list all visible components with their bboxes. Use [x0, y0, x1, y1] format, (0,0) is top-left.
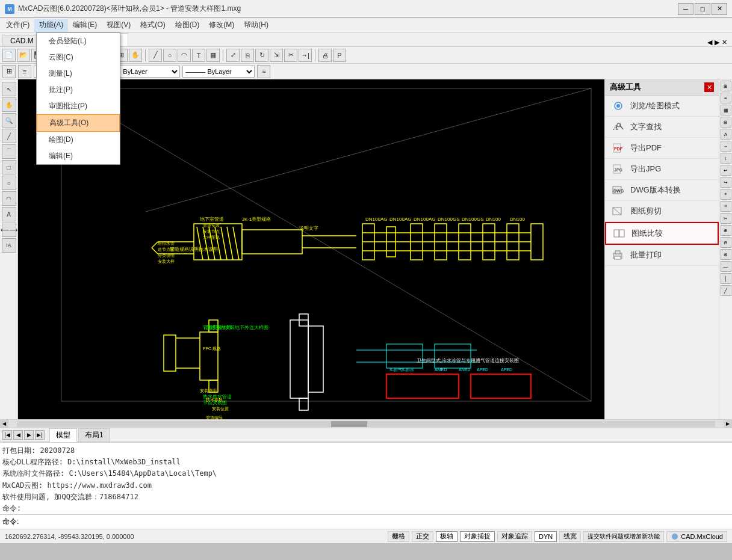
- status-snap[interactable]: 对象捕捉: [460, 531, 495, 542]
- rs-btn-16[interactable]: —: [721, 261, 731, 272]
- menu-help[interactable]: 帮助(H): [239, 19, 273, 32]
- status-feedback[interactable]: 提交软件问题或增加新功能: [583, 531, 664, 542]
- left-btn-text[interactable]: A: [2, 207, 16, 221]
- scroll-right[interactable]: ▶: [724, 420, 732, 428]
- adv-export-jpg[interactable]: JPG 导出JPG: [605, 159, 719, 180]
- adv-browse-mode[interactable]: 浏览/绘图模式: [605, 96, 719, 117]
- status-polar[interactable]: 极轴: [436, 531, 458, 542]
- toolbar-pdf[interactable]: P: [333, 49, 346, 62]
- dropdown-review[interactable]: 审图批注(P): [37, 98, 120, 114]
- adv-tools-close[interactable]: ✕: [704, 82, 714, 92]
- rs-btn-2[interactable]: ≡: [721, 93, 731, 103]
- status-dyn[interactable]: DYN: [535, 531, 557, 542]
- menu-draw[interactable]: 绘图(D): [170, 19, 205, 32]
- toolbar-open[interactable]: 📂: [17, 49, 30, 62]
- scroll-thumb-h[interactable]: [331, 421, 367, 427]
- lineweight-select[interactable]: ——— ByLayer: [182, 66, 255, 78]
- dropdown-edit[interactable]: 编辑(E): [37, 148, 120, 164]
- dropdown-measure[interactable]: 测量(L): [37, 66, 120, 82]
- left-btn-rect[interactable]: □: [2, 160, 16, 174]
- match-props[interactable]: ≈: [257, 65, 270, 78]
- linetype-select[interactable]: ByLayer: [120, 66, 180, 78]
- minimize-button[interactable]: ─: [678, 3, 693, 15]
- command-input[interactable]: [19, 518, 730, 526]
- menu-function[interactable]: 功能(A): [34, 19, 68, 32]
- left-btn-zoom[interactable]: 🔍: [2, 113, 16, 128]
- tab-model[interactable]: 模型: [49, 428, 77, 442]
- nav-right-icon[interactable]: ▶: [715, 38, 719, 46]
- rs-btn-3[interactable]: ▦: [721, 105, 731, 115]
- horizontal-scrollbar[interactable]: ◀ ▶: [0, 419, 732, 428]
- menu-file[interactable]: 文件(F): [1, 19, 34, 32]
- rs-btn-15[interactable]: ⊗: [721, 249, 731, 260]
- left-btn-ia[interactable]: IA: [2, 238, 16, 253]
- status-grid[interactable]: 栅格: [388, 531, 409, 542]
- toolbar-line[interactable]: ╱: [149, 49, 162, 62]
- toolbar-text[interactable]: T: [192, 49, 205, 62]
- left-btn-circle[interactable]: ○: [2, 176, 16, 190]
- dropdown-member-login[interactable]: 会员登陆(L): [37, 33, 120, 49]
- toolbar-scale[interactable]: ⇲: [270, 49, 283, 62]
- rs-btn-10[interactable]: ⌖: [721, 189, 731, 200]
- tab-layout1[interactable]: 布局1: [78, 428, 110, 442]
- rs-btn-5[interactable]: A: [721, 129, 731, 140]
- adv-text-find[interactable]: A 文字查找: [605, 117, 719, 138]
- restore-button[interactable]: □: [695, 3, 710, 15]
- toolbar-arc[interactable]: ◠: [178, 49, 191, 62]
- left-btn-pline[interactable]: ⌒: [2, 144, 16, 159]
- adv-drawing-compare[interactable]: 图纸比较: [605, 222, 719, 245]
- menu-view[interactable]: 视图(V): [102, 19, 135, 32]
- menu-modify[interactable]: 修改(M): [204, 19, 239, 32]
- menu-format[interactable]: 格式(O): [135, 19, 170, 32]
- left-btn-pan[interactable]: ✋: [2, 97, 16, 112]
- toolbar-copy[interactable]: ⎘: [241, 49, 254, 62]
- tab-nav-next[interactable]: ▶: [24, 430, 34, 440]
- dropdown-cloud[interactable]: 云图(C): [37, 49, 120, 66]
- dropdown-draw[interactable]: 绘图(D): [37, 132, 120, 148]
- left-btn-dim[interactable]: ⟵⟶: [2, 223, 16, 237]
- rs-btn-7[interactable]: ↕: [721, 153, 731, 164]
- adv-dwg-convert[interactable]: DWG DWG版本转换: [605, 180, 719, 201]
- scroll-left[interactable]: ◀: [0, 420, 8, 428]
- rs-btn-11[interactable]: ⌗: [721, 201, 731, 212]
- tab-cad[interactable]: CAD.M: [2, 35, 42, 46]
- status-ortho[interactable]: 正交: [412, 531, 433, 542]
- rs-btn-4[interactable]: ⊟: [721, 117, 731, 128]
- left-btn-select[interactable]: ↖: [2, 82, 16, 96]
- status-linewidth[interactable]: 线宽: [559, 531, 581, 542]
- toolbar-circle[interactable]: ○: [163, 49, 176, 62]
- layer-manager[interactable]: ⊞: [2, 65, 16, 78]
- adv-export-pdf[interactable]: PDF 导出PDF: [605, 138, 719, 159]
- rs-btn-13[interactable]: ⊕: [721, 225, 731, 236]
- toolbar-move[interactable]: ⤢: [226, 49, 240, 62]
- left-btn-arc[interactable]: ◠: [2, 191, 16, 206]
- toolbar-pan[interactable]: ✋: [129, 49, 142, 62]
- rs-btn-14[interactable]: ⊖: [721, 237, 731, 248]
- rs-btn-12[interactable]: ✂: [721, 213, 731, 224]
- status-track[interactable]: 对象追踪: [497, 531, 532, 542]
- status-cloud[interactable]: CAD.MxCloud: [666, 531, 727, 542]
- layer-props[interactable]: ≡: [18, 65, 31, 78]
- tab-nav-prev[interactable]: ◀: [13, 430, 23, 440]
- nav-left-icon[interactable]: ◀: [707, 38, 712, 46]
- scroll-track-h[interactable]: [17, 421, 715, 427]
- menu-edit[interactable]: 编辑(E): [68, 19, 102, 32]
- toolbar-print[interactable]: 🖨: [318, 49, 332, 62]
- tab-nav-last[interactable]: ▶|: [35, 430, 45, 440]
- nav-close-icon[interactable]: ✕: [722, 38, 727, 46]
- rs-btn-18[interactable]: ╱: [721, 285, 731, 296]
- close-button[interactable]: ✕: [712, 3, 727, 15]
- dropdown-annotation[interactable]: 批注(P): [37, 82, 120, 98]
- rs-btn-9[interactable]: ↪: [721, 177, 731, 188]
- toolbar-new[interactable]: 📄: [2, 49, 16, 62]
- adv-drawing-cut[interactable]: 图纸剪切: [605, 201, 719, 222]
- left-btn-line[interactable]: ╱: [2, 129, 16, 143]
- toolbar-extend[interactable]: →|: [299, 49, 312, 62]
- toolbar-rotate[interactable]: ↻: [255, 49, 268, 62]
- rs-btn-6[interactable]: ↔: [721, 141, 731, 152]
- tab-nav-first[interactable]: |◀: [2, 430, 12, 440]
- rs-btn-17[interactable]: │: [721, 273, 731, 284]
- rs-btn-8[interactable]: ↩: [721, 165, 731, 176]
- adv-batch-print[interactable]: 批量打印: [605, 245, 719, 266]
- toolbar-trim[interactable]: ✂: [284, 49, 297, 62]
